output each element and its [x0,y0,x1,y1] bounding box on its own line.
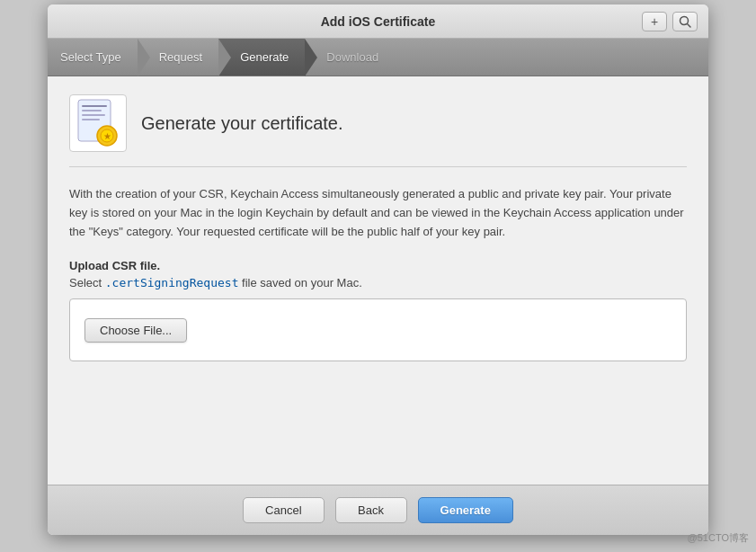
watermark: @51CTO博客 [688,531,749,545]
header-section: ★ Generate your certificate. [69,94,687,167]
breadcrumb-generate[interactable]: Generate [218,39,305,76]
footer: Cancel Back Generate [48,485,708,535]
breadcrumb-download: Download [305,39,395,76]
title-bar-actions: + [642,12,698,31]
content-area: ★ Generate your certificate. With the cr… [48,76,708,485]
breadcrumb-arrow-2 [218,39,231,76]
back-button[interactable]: Back [335,497,407,523]
window-title: Add iOS Certificate [321,14,436,29]
choose-file-button[interactable]: Choose File... [84,318,187,343]
file-drop-area: Choose File... [69,298,687,361]
breadcrumb-arrow-1 [138,39,150,76]
svg-rect-6 [82,119,100,120]
upload-label: Upload CSR file. [69,259,687,272]
svg-rect-4 [82,110,102,111]
upload-sublabel: Select .certSigningRequest file saved on… [69,276,687,289]
upload-section: Upload CSR file. Select .certSigningRequ… [69,259,687,361]
svg-rect-3 [82,105,107,107]
breadcrumb-select-type[interactable]: Select Type [48,39,138,76]
add-button[interactable]: + [642,12,667,31]
description-text: With the creation of your CSR, Keychain … [69,185,687,241]
certificate-icon: ★ [69,94,127,152]
cancel-button[interactable]: Cancel [243,497,324,523]
header-title: Generate your certificate. [141,113,343,134]
main-window: Add iOS Certificate + Select Type Reques… [48,4,708,535]
generate-button[interactable]: Generate [418,497,513,523]
breadcrumb-arrow-3 [305,39,317,76]
svg-rect-5 [82,114,105,116]
breadcrumb-nav: Select Type Request Generate Download [48,39,708,76]
search-button[interactable] [672,12,698,31]
title-bar: Add iOS Certificate + [48,4,708,39]
svg-line-1 [688,23,691,27]
svg-text:★: ★ [103,131,111,141]
